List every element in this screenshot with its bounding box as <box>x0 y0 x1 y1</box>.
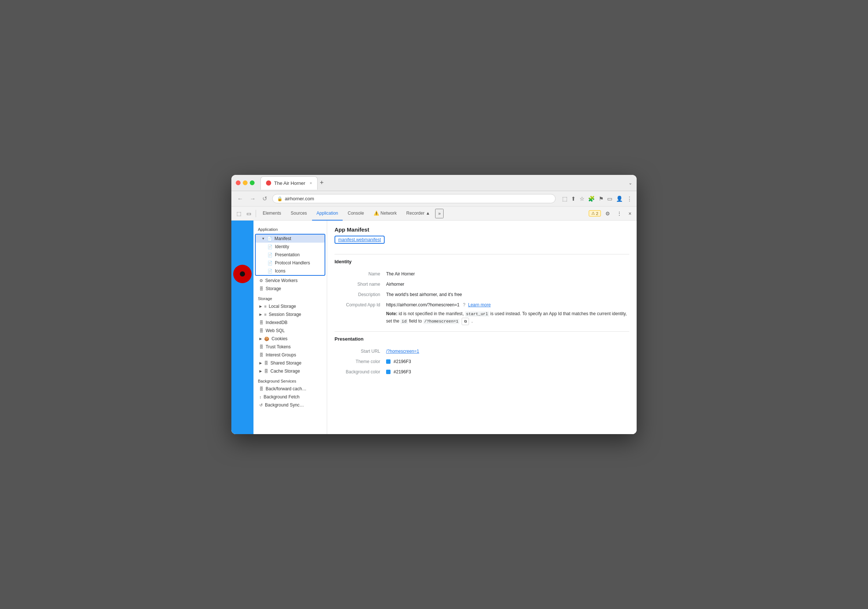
address-field[interactable]: 🔒 airhorner.com <box>272 194 556 203</box>
name-value: The Air Horner <box>386 270 629 277</box>
sidebar-item-protocol-handlers[interactable]: 📄 Protocol Handlers <box>256 259 325 267</box>
page-area <box>231 221 253 434</box>
sidebar-item-background-fetch[interactable]: ↕ Background Fetch <box>253 393 327 401</box>
background-fetch-icon: ↕ <box>259 395 262 399</box>
tab-close-icon[interactable]: × <box>310 181 312 185</box>
icons-label: Icons <box>275 268 285 274</box>
sidebar-item-back-forward[interactable]: 🗄 Back/forward cach… <box>253 385 327 393</box>
tab-elements[interactable]: Elements <box>258 207 285 221</box>
bg-color-text: #2196F3 <box>394 369 411 374</box>
settings-button[interactable]: ⚙ <box>603 209 612 218</box>
note-text4: . <box>471 318 473 324</box>
tab-console[interactable]: Console <box>343 207 369 221</box>
traffic-lights <box>236 181 254 185</box>
warning-badge[interactable]: ⚠ 2 <box>589 210 601 216</box>
manifest-file-icon: 📄 <box>267 236 272 241</box>
description-row: Description The world's best airhorner, … <box>335 289 629 300</box>
presentation-label: Presentation <box>275 252 299 257</box>
sidebar-item-cookies[interactable]: ▶ 🍪 Cookies <box>253 335 327 343</box>
bookmark-icon[interactable]: ☆ <box>580 196 584 202</box>
sidebar-item-indexed-db[interactable]: 🗄 IndexedDB <box>253 318 327 326</box>
reload-button[interactable]: ↺ <box>261 195 268 203</box>
extensions-icon[interactable]: 🧩 <box>588 196 595 202</box>
flag-icon[interactable]: ⚑ <box>599 196 603 202</box>
sidebarview-icon[interactable]: ▭ <box>607 196 612 202</box>
forward-button[interactable]: → <box>248 195 257 203</box>
tab-recorder[interactable]: Recorder ▲ <box>402 207 435 221</box>
sidebar-item-background-sync[interactable]: ↺ Background Sync… <box>253 401 327 409</box>
start-url-row: Start URL /?homescreen=1 <box>335 346 629 356</box>
new-tab-button[interactable]: + <box>320 179 324 187</box>
sidebar-item-local-storage[interactable]: ▶ ≡ Local Storage <box>253 302 327 311</box>
note-text3: field to <box>408 318 423 324</box>
shared-storage-arrow: ▶ <box>259 361 262 365</box>
close-button[interactable] <box>236 181 240 185</box>
local-storage-label: Local Storage <box>268 304 296 309</box>
tab-title: The Air Horner <box>274 181 305 186</box>
more-tabs-button[interactable]: » <box>435 209 443 218</box>
window-menu-icon[interactable]: ⌄ <box>629 181 632 185</box>
interest-groups-icon: 🗄 <box>259 353 264 357</box>
address-bar: ← → ↺ 🔒 airhorner.com ⬚ ⬆ ☆ 🧩 ⚑ ▭ 👤 ⋮ <box>231 191 637 207</box>
divider-presentation <box>335 331 629 332</box>
sidebar-item-service-workers[interactable]: ⚙ Service Workers <box>253 277 327 284</box>
computed-app-id-value: https://airhorner.com/?homescreen=1 ? Le… <box>386 301 629 325</box>
note-code3: /?homescreen=1 <box>423 319 459 324</box>
theme-color-swatch <box>386 359 391 364</box>
network-warning-icon: ⚠️ <box>374 210 379 216</box>
sidebar-item-identity[interactable]: 📄 Identity <box>256 243 325 251</box>
devtools-more-button[interactable]: ⋮ <box>615 209 624 218</box>
device-icon-button[interactable]: ▭ <box>244 209 253 218</box>
sidebar-item-icons[interactable]: 📄 Icons <box>256 267 325 275</box>
sidebar-item-trust-tokens[interactable]: 🗄 Trust Tokens <box>253 343 327 351</box>
cursor-icon-button[interactable]: ⬚ <box>234 209 243 218</box>
note-block: Note: id is not specified in the manifes… <box>386 311 629 325</box>
active-tab[interactable]: The Air Horner × <box>260 176 318 190</box>
description-value: The world's best airhorner, and it's fre… <box>386 291 629 298</box>
sidebar-item-cache-storage[interactable]: ▶ 🗄 Cache Storage <box>253 367 327 375</box>
sidebar-item-web-sql[interactable]: 🗄 Web SQL <box>253 326 327 335</box>
menu-icon[interactable]: ⋮ <box>627 196 632 202</box>
sidebar-item-manifest[interactable]: ▼ 📄 Manifest <box>256 235 325 243</box>
maximize-button[interactable] <box>250 181 254 185</box>
address-actions: ⬚ ⬆ ☆ 🧩 ⚑ ▭ 👤 ⋮ <box>562 196 632 202</box>
copy-button[interactable]: ⧉ <box>462 318 469 325</box>
local-storage-icon: ≡ <box>264 304 267 309</box>
trust-tokens-icon: 🗄 <box>259 345 264 349</box>
manifest-group: ▼ 📄 Manifest 📄 Identity 📄 Presentation 📄… <box>255 234 326 276</box>
toolbar-separator-1 <box>256 210 256 217</box>
back-button[interactable]: ← <box>236 195 245 203</box>
devtools-toolbar: ⬚ ▭ Elements Sources Application Console… <box>231 207 637 221</box>
learn-more-link[interactable]: Learn more <box>468 302 490 308</box>
warning-badge-icon: ⚠ <box>591 211 595 216</box>
sidebar-item-session-storage[interactable]: ▶ ≡ Session Storage <box>253 311 327 318</box>
question-mark-icon[interactable]: ? <box>463 302 465 308</box>
web-sql-label: Web SQL <box>266 328 285 333</box>
bg-color-row: Background color #2196F3 <box>335 367 629 377</box>
manifest-expand-arrow: ▼ <box>262 237 265 240</box>
tab-sources[interactable]: Sources <box>286 207 311 221</box>
app-manifest-title: App Manifest <box>335 226 629 233</box>
warning-count: 2 <box>596 211 598 216</box>
share-icon[interactable]: ⬆ <box>571 196 576 202</box>
sidebar-item-shared-storage[interactable]: ▶ 🗄 Shared Storage <box>253 359 327 367</box>
start-url-link[interactable]: /?homescreen=1 <box>386 349 419 354</box>
devtools-close-button[interactable]: × <box>626 209 634 218</box>
profile-icon[interactable]: 👤 <box>616 196 623 202</box>
short-name-label: Short name <box>335 281 386 287</box>
panel-sidebar: Application ▼ 📄 Manifest 📄 Identity 📄 Pr… <box>253 221 327 434</box>
background-sync-icon: ↺ <box>259 403 263 408</box>
background-sync-label: Background Sync… <box>265 402 304 408</box>
sidebar-item-storage[interactable]: 🗄 Storage <box>253 284 327 293</box>
minimize-button[interactable] <box>243 181 248 185</box>
sidebar-item-interest-groups[interactable]: 🗄 Interest Groups <box>253 351 327 359</box>
tab-application[interactable]: Application <box>312 207 343 221</box>
sidebar-item-presentation[interactable]: 📄 Presentation <box>256 251 325 259</box>
external-link-icon[interactable]: ⬚ <box>562 196 567 202</box>
short-name-value: Airhorner <box>386 281 629 287</box>
web-sql-icon: 🗄 <box>259 328 264 333</box>
tab-network[interactable]: ⚠️ Network <box>369 207 401 221</box>
url-text: airhorner.com <box>285 196 314 201</box>
bg-color-label: Background color <box>335 369 386 375</box>
manifest-link[interactable]: manifest.webmanifest <box>335 236 384 244</box>
